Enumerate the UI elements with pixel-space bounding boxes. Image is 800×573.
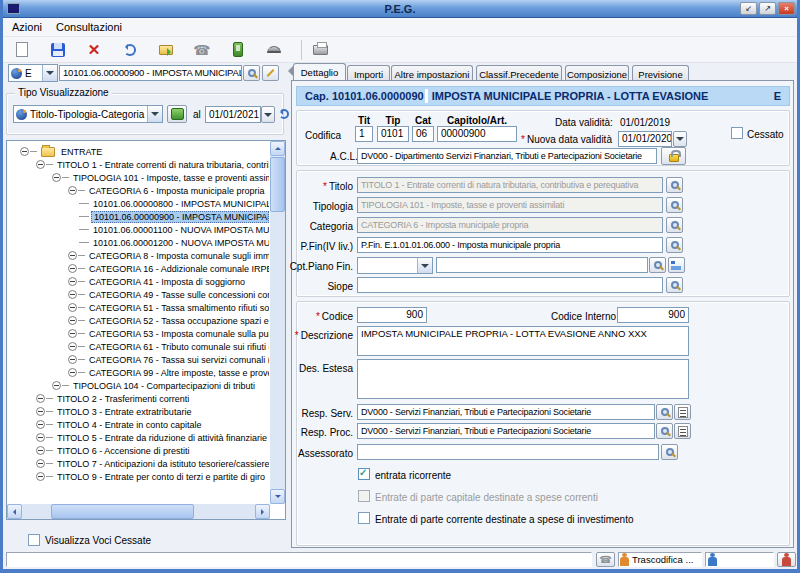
cpt-field[interactable] <box>436 257 648 273</box>
tree-item-label[interactable]: CATEGORIA 8 - Imposta comunale sugli imm… <box>87 251 269 261</box>
titolo-field[interactable]: TITOLO 1 - Entrate correnti di natura tr… <box>357 177 663 193</box>
entrata-ricorrente-checkbox[interactable]: ✓ <box>358 468 370 480</box>
tree-item[interactable]: TITOLO 3 - Entrate extratributarie <box>8 405 269 418</box>
tree-node-toggle[interactable] <box>68 342 77 351</box>
show-ceased-checkbox[interactable] <box>28 534 40 546</box>
minimize-button[interactable]: ↙ <box>740 2 757 15</box>
tip-field[interactable]: 0101 <box>377 126 409 142</box>
tree-item[interactable]: CATEGORIA 51 - Tassa smaltimento rifiuti… <box>8 301 269 314</box>
tree-node-toggle[interactable] <box>68 316 77 325</box>
maximize-button[interactable]: ↗ <box>759 2 776 15</box>
tree-item-label[interactable]: CATEGORIA 52 - Tassa occupazione spazi e… <box>87 316 269 326</box>
small-refresh-icon[interactable] <box>279 109 289 119</box>
tree-item[interactable]: CATEGORIA 52 - Tassa occupazione spazi e… <box>8 314 269 327</box>
save-button[interactable] <box>49 41 67 59</box>
camera-button[interactable] <box>265 41 283 59</box>
tit-field[interactable]: 1 <box>355 126 373 142</box>
tree-item[interactable]: CATEGORIA 49 - Tasse sulle concessioni c… <box>8 288 269 301</box>
cessato-checkbox[interactable] <box>731 127 743 139</box>
tree-item[interactable]: 10101.06.00000900 - IMPOSTA MUNICIPALE P… <box>8 210 269 223</box>
codice-interno-field[interactable]: 900 <box>617 307 689 323</box>
entry-type-dropdown[interactable] <box>42 65 57 81</box>
tree-node-toggle[interactable] <box>68 264 77 273</box>
nuova-data-dropdown[interactable] <box>673 131 687 147</box>
tree-node-toggle[interactable] <box>36 420 45 429</box>
codice-field[interactable]: 900 <box>357 307 427 323</box>
tree-node-toggle[interactable] <box>52 381 61 390</box>
cpt-combo-dropdown[interactable] <box>417 258 432 273</box>
resp-serv-list-button[interactable] <box>674 404 691 420</box>
tree-item-label[interactable]: TIPOLOGIA 101 - Imposte, tasse e provent… <box>71 173 269 183</box>
status-users-button[interactable] <box>777 552 796 567</box>
export-button[interactable] <box>167 105 187 123</box>
tab-importi[interactable]: Importi <box>347 65 390 81</box>
tab-altre-impostazioni[interactable]: Altre impostazioni <box>391 65 473 81</box>
tree-item-label[interactable]: 10101.06.00000800 - IMPOSTA MUNICIPALE P… <box>91 199 269 209</box>
tree-item[interactable]: CATEGORIA 16 - Addizionale comunale IRPE… <box>8 262 269 275</box>
tree-item[interactable]: CATEGORIA 41 - Imposta di soggiorno <box>8 275 269 288</box>
pfin-search-button[interactable] <box>666 237 683 253</box>
pfin-field[interactable]: P.Fin. E.1.01.01.06.000 - Imposta munici… <box>357 237 663 253</box>
tree-node-toggle[interactable] <box>68 303 77 312</box>
tree-item[interactable]: TITOLO 4 - Entrate in conto capitale <box>8 418 269 431</box>
tree-node-toggle[interactable] <box>52 173 61 182</box>
tree-item[interactable]: TITOLO 2 - Trasferimenti correnti <box>8 392 269 405</box>
titolo-search-button[interactable] <box>666 177 683 193</box>
tab-classif-precedente[interactable]: Classif.Precedente <box>476 65 562 81</box>
tree-item-label[interactable]: TITOLO 9 - Entrate per conto di terzi e … <box>55 472 267 482</box>
cpt-tree-button[interactable] <box>668 257 685 273</box>
tree-item-label[interactable]: CATEGORIA 53 - Imposta comunale sulla pu… <box>87 329 269 339</box>
tree-item[interactable]: CATEGORIA 8 - Imposta comunale sugli imm… <box>8 249 269 262</box>
delete-button[interactable]: ✕ <box>85 41 103 59</box>
cat-field[interactable]: 06 <box>412 126 434 142</box>
tree-node-toggle[interactable] <box>20 147 29 156</box>
resp-proc-list-button[interactable] <box>674 423 691 439</box>
device-button[interactable] <box>229 41 247 59</box>
tree-item[interactable]: TIPOLOGIA 101 - Imposte, tasse e provent… <box>8 171 269 184</box>
tree-node-toggle[interactable] <box>36 446 45 455</box>
tree-item-label[interactable]: TITOLO 5 - Entrate da riduzione di attiv… <box>55 433 269 443</box>
entrate-capitale-checkbox[interactable] <box>358 490 370 502</box>
nuova-data-field[interactable]: 01/01/2020 <box>618 131 672 147</box>
tree-item[interactable]: TITOLO 1 - Entrate correnti di natura tr… <box>8 158 269 171</box>
scroll-left-arrow[interactable] <box>7 504 22 519</box>
resp-proc-search-button[interactable] <box>656 423 673 439</box>
view-combo-dropdown[interactable] <box>147 106 162 122</box>
tree-item[interactable]: TIPOLOGIA 104 - Compartecipazioni di tri… <box>8 379 269 392</box>
tree-node-toggle[interactable] <box>36 407 45 416</box>
tipologia-search-button[interactable] <box>666 197 683 213</box>
date-field[interactable]: 01/01/2021 <box>205 106 261 123</box>
tree-item-label[interactable]: TITOLO 2 - Trasferimenti correnti <box>55 394 191 404</box>
descrizione-field[interactable]: IMPOSTA MUNICIPALE PROPRIA - LOTTA EVASI… <box>357 326 689 356</box>
tree-node-toggle[interactable] <box>36 394 45 403</box>
siope-field[interactable] <box>357 277 663 293</box>
tree-item-label[interactable]: CATEGORIA 16 - Addizionale comunale IRPE… <box>87 264 269 274</box>
categoria-field[interactable]: CATEGORIA 6 - Imposta municipale propria <box>357 217 663 233</box>
tree-item-label[interactable]: 10101.06.00001200 - NUOVA IMPOSTA MUNICI… <box>91 238 269 248</box>
menu-consultazioni[interactable]: Consultazioni <box>56 21 122 33</box>
tree-item-label[interactable]: CATEGORIA 61 - Tributo comunale sui rifi… <box>87 342 269 352</box>
tree-item[interactable]: TITOLO 7 - Anticipazioni da istituto tes… <box>8 457 269 470</box>
tree-node-toggle[interactable] <box>68 186 77 195</box>
tree-item-label[interactable]: TITOLO 4 - Entrate in conto capitale <box>55 420 203 430</box>
tab-previsione[interactable]: Previsione <box>632 65 689 81</box>
tree-item-label[interactable]: 10101.06.00000900 - IMPOSTA MUNICIPALE P… <box>91 211 269 223</box>
tree-item-label[interactable]: TITOLO 7 - Anticipazioni da istituto tes… <box>55 459 269 469</box>
assessorato-field[interactable] <box>357 444 659 460</box>
tab-dettaglio[interactable]: Dettaglio <box>293 63 346 81</box>
tree-item[interactable]: 10101.06.00001100 - NUOVA IMPOSTA MUNICI… <box>8 223 269 236</box>
resp-serv-field[interactable]: DV000 - Servizi Finanziari, Tributi e Pa… <box>357 404 655 420</box>
splitter-arrow[interactable] <box>283 66 293 76</box>
print-button[interactable] <box>311 41 329 59</box>
open-button[interactable] <box>157 41 175 59</box>
tree-item-label[interactable]: TITOLO 1 - Entrate correnti di natura tr… <box>55 160 269 170</box>
tree-item[interactable]: TITOLO 6 - Accensione di prestiti <box>8 444 269 457</box>
tree-node-toggle[interactable] <box>36 433 45 442</box>
menu-azioni[interactable]: Azioni <box>12 21 42 33</box>
acl-field[interactable]: DV000 - Dipartimento Servizi Finanziari,… <box>357 148 657 164</box>
capitolo-field[interactable]: 00000900 <box>437 126 517 142</box>
tree-item[interactable]: CATEGORIA 6 - Imposta municipale propria <box>8 184 269 197</box>
tree-item-label[interactable]: CATEGORIA 49 - Tasse sulle concessioni c… <box>87 290 269 300</box>
view-type-combo[interactable]: Titolo-Tipologia-Categoria <box>13 105 163 123</box>
tree-item-label[interactable]: CATEGORIA 41 - Imposta di soggiorno <box>87 277 247 287</box>
